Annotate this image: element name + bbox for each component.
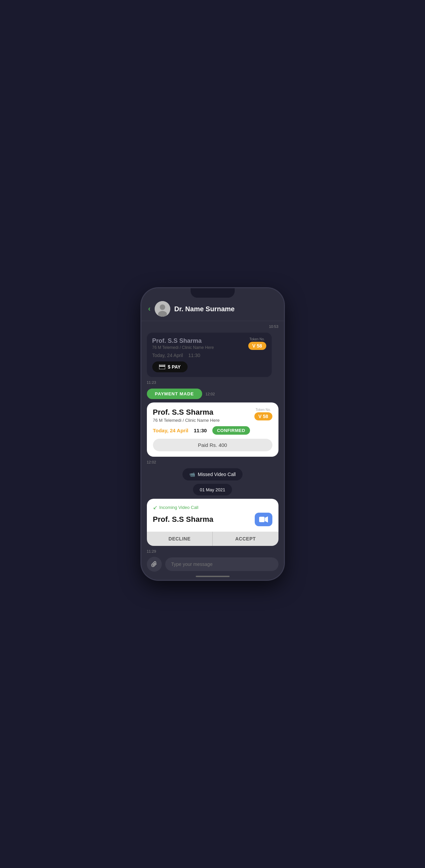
svg-rect-3 (159, 364, 165, 369)
date-separator: 01 May 2021 (193, 484, 232, 495)
confirmed-badge: CONFIRMED (212, 426, 250, 435)
patient-name-white: Prof. S.S Sharma (153, 408, 250, 417)
token-badge-dark: Token No. V 58 (248, 337, 266, 350)
missed-call-text: Missed Video Call (198, 472, 236, 477)
svg-rect-5 (259, 517, 265, 522)
date-separator-text: 01 May 2021 (200, 487, 225, 492)
call-actions: DECLINE ACCEPT (147, 532, 278, 546)
back-button[interactable]: ‹ (148, 304, 151, 313)
avatar (155, 301, 170, 317)
appt-time-white: 11:30 (194, 428, 207, 433)
svg-point-1 (160, 304, 165, 310)
video-call-icon[interactable] (255, 513, 272, 526)
timestamp-3: 12:02 (206, 392, 215, 396)
incoming-call-card: ↙ Incoming Video Call Prof. S.S Sharma (147, 499, 278, 532)
paid-button: Paid Rs. 400 (153, 439, 272, 451)
timestamp-4: 12:02 (147, 460, 278, 464)
chat-area: 10:53 Prof. S.S Sharma 76 M Telemedi / C… (141, 321, 284, 553)
appt-date-dark: Today, 24 April (152, 353, 183, 358)
message-input[interactable] (165, 557, 278, 571)
pay-button[interactable]: $ PAY (152, 361, 188, 372)
token-value-dark: V 58 (248, 342, 266, 350)
patient-info-white: 76 M Telemedi / Clinic Name Here (153, 418, 250, 423)
phone-frame: ‹ Dr. Name Surname 10:53 Prof. S.S Sharm… (141, 288, 284, 580)
pay-button-label: $ PAY (168, 364, 181, 370)
incoming-call-label-text: Incoming Video Call (159, 505, 198, 510)
decline-button[interactable]: DECLINE (147, 532, 213, 546)
patient-name-dark: Prof. S.S Sharma (152, 337, 214, 344)
svg-marker-6 (265, 516, 268, 522)
incoming-call-row: Prof. S.S Sharma (153, 513, 272, 526)
incoming-call-card-wrapper: ↙ Incoming Video Call Prof. S.S Sharma (147, 499, 278, 546)
token-value-white: V 58 (254, 412, 272, 420)
phone-notch (191, 288, 235, 298)
timestamp-2: 11:23 (147, 380, 278, 384)
incoming-caller-name: Prof. S.S Sharma (153, 515, 214, 524)
accept-button[interactable]: ACCEPT (213, 532, 278, 546)
token-badge-white: Token No. V 58 (254, 408, 272, 420)
timestamp-1: 10:53 (147, 324, 278, 329)
svg-rect-4 (159, 366, 165, 367)
appointment-card-dark: Prof. S.S Sharma 76 M Telemedi / Clinic … (147, 333, 272, 377)
appt-date-white: Today, 24 April (153, 428, 189, 433)
header-title: Dr. Name Surname (174, 305, 235, 313)
token-label-white: Token No. (256, 408, 271, 412)
incoming-call-label: ↙ Incoming Video Call (153, 504, 272, 511)
payment-made-row: PAYMENT MADE 12:02 (147, 389, 278, 399)
patient-info-dark: 76 M Telemedi / Clinic Name Here (152, 345, 214, 350)
attach-button[interactable] (147, 557, 162, 572)
payment-made-badge: PAYMENT MADE (147, 389, 202, 399)
token-label-dark: Token No. (250, 337, 265, 341)
appt-time-dark: 11:30 (188, 353, 200, 358)
missed-call: 📹 Missed Video Call (182, 468, 243, 480)
appointment-card-white: Prof. S.S Sharma 76 M Telemedi / Clinic … (147, 402, 278, 457)
home-indicator (196, 576, 230, 577)
timestamp-5: 11:29 (147, 549, 278, 553)
phone-screen: ‹ Dr. Name Surname 10:53 Prof. S.S Sharm… (141, 288, 284, 580)
